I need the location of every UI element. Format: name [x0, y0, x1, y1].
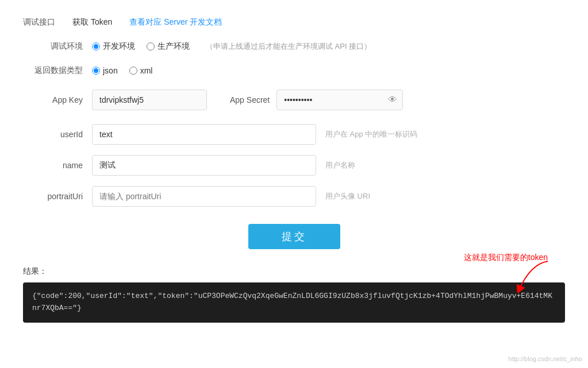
field-label-portraitUri: portraitUri — [23, 192, 92, 201]
xml-option[interactable]: xml — [129, 66, 153, 75]
field-label-userId: userId — [23, 130, 92, 139]
result-section: 结果： 这就是我们需要的token {"code":200,"userId":"… — [23, 266, 565, 323]
field-row-userId: userId 用户在 App 中的唯一标识码 — [23, 124, 565, 145]
top-row: 调试接口 获取 Token 查看对应 Server 开发文档 — [23, 17, 565, 28]
app-key-input[interactable] — [92, 90, 207, 110]
field-input-name[interactable] — [92, 155, 316, 176]
debug-env-content: 开发环境 生产环境 （申请上线通过后才能在生产环境调试 API 接口） — [92, 41, 565, 52]
submit-button[interactable]: 提交 — [248, 224, 340, 249]
annotation-bubble: 这就是我们需要的token — [464, 253, 548, 263]
result-box: {"code":200,"userId":"text","token":"uCP… — [23, 282, 565, 323]
result-label: 结果： — [23, 266, 565, 277]
dev-env-radio[interactable] — [92, 42, 100, 51]
xml-label: xml — [140, 66, 153, 75]
app-key-group — [92, 90, 207, 110]
submit-row: 提交 — [23, 224, 565, 249]
debug-env-label: 调试环境 — [23, 41, 92, 52]
prod-env-option[interactable]: 生产环境 — [147, 41, 190, 52]
field-hint-portraitUri: 用户头像 URI — [325, 191, 370, 202]
app-key-row: App Secret 👁 — [92, 90, 403, 110]
app-credentials-row: App Key App Secret 👁 — [23, 90, 565, 110]
annotation-arrow-svg — [513, 258, 559, 293]
debug-env-radio-group: 开发环境 生产环境 （申请上线通过后才能在生产环境调试 API 接口） — [92, 41, 371, 52]
json-label: json — [103, 66, 118, 75]
field-label-name: name — [23, 161, 92, 170]
app-secret-wrap: 👁 — [276, 90, 403, 110]
debug-interface-label: 调试接口 — [23, 17, 55, 28]
get-token-label: 获取 Token — [72, 17, 112, 28]
app-secret-label: App Secret — [230, 95, 270, 104]
return-type-content: json xml — [92, 66, 565, 75]
dev-env-option[interactable]: 开发环境 — [92, 41, 135, 52]
fields-container: userId 用户在 App 中的唯一标识码 name 用户名称 portrai… — [23, 124, 565, 207]
field-input-portraitUri[interactable] — [92, 186, 316, 207]
field-row-name: name 用户名称 — [23, 155, 565, 176]
result-value: {"code":200,"userId":"text","token":"uCP… — [32, 292, 552, 312]
json-radio[interactable] — [92, 67, 100, 75]
eye-icon[interactable]: 👁 — [388, 95, 397, 105]
return-type-radio-group: json xml — [92, 66, 152, 75]
field-hint-userId: 用户在 App 中的唯一标识码 — [325, 129, 417, 140]
xml-radio[interactable] — [129, 67, 137, 75]
dev-env-label: 开发环境 — [103, 41, 135, 52]
field-input-userId[interactable] — [92, 124, 316, 145]
app-credentials-content: App Secret 👁 — [92, 90, 565, 110]
prod-env-label: 生产环境 — [157, 41, 190, 52]
json-option[interactable]: json — [92, 66, 118, 75]
prod-env-hint: （申请上线通过后才能在生产环境调试 API 接口） — [206, 41, 371, 52]
return-type-row: 返回数据类型 json xml — [23, 65, 565, 76]
field-hint-name: 用户名称 — [325, 160, 355, 171]
prod-env-radio[interactable] — [147, 42, 155, 51]
app-key-label: App Key — [23, 95, 92, 104]
server-doc-link[interactable]: 查看对应 Server 开发文档 — [129, 17, 222, 28]
app-secret-input[interactable] — [276, 90, 403, 110]
field-row-portraitUri: portraitUri 用户头像 URI — [23, 186, 565, 207]
app-secret-group: App Secret 👁 — [230, 90, 403, 110]
return-type-label: 返回数据类型 — [23, 65, 92, 76]
debug-env-row: 调试环境 开发环境 生产环境 （申请上线通过后才能在生产环境调试 API 接口） — [23, 41, 565, 52]
